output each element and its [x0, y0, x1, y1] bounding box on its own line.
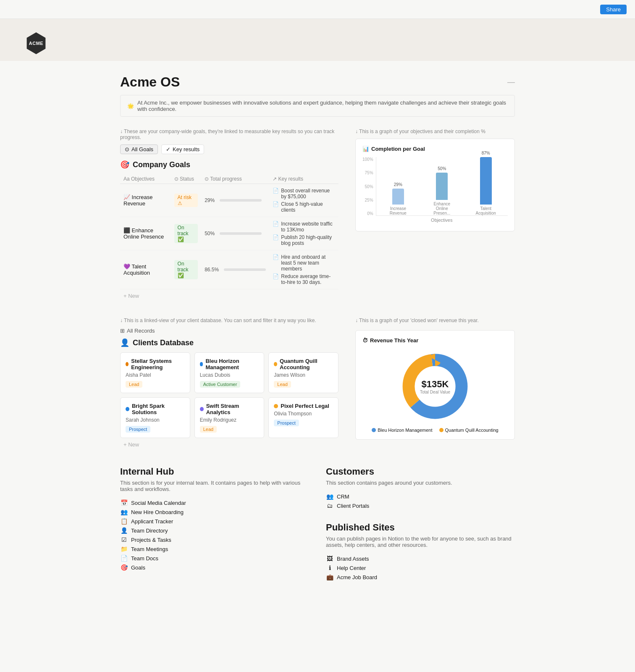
- company-goals-title: 🎯 Company Goals: [120, 160, 338, 169]
- published-link-item[interactable]: 🖼Brand Assets: [326, 554, 515, 563]
- key-results-label: Key results: [173, 146, 199, 152]
- client-person: Sarah Johnson: [126, 417, 185, 423]
- hub-link-item[interactable]: 📁Team Meetings: [120, 544, 309, 554]
- customers-desc: This section contains pages around your …: [326, 480, 515, 486]
- all-goals-icon: ⊙: [125, 146, 129, 152]
- client-name: Quantum Quill Accounting: [274, 358, 333, 370]
- legend-dot: [439, 428, 443, 432]
- bar-x-label: Talent Acquisition: [471, 206, 501, 215]
- tab-key-results[interactable]: ✓ Key results: [161, 144, 204, 154]
- goals-tabs: ⊙ All Goals ✓ Key results: [120, 144, 338, 154]
- add-client-button[interactable]: + New: [120, 438, 338, 451]
- donut-hint: ↓ This is a graph of your 'closed won' r…: [355, 318, 515, 323]
- published-link-item[interactable]: ℹHelp Center: [326, 563, 515, 572]
- hub-link-icon: 📁: [120, 546, 128, 552]
- published-link-item[interactable]: 💼Acme Job Board: [326, 572, 515, 582]
- hub-link-item[interactable]: 📋Applicant Tracker: [120, 517, 309, 526]
- table-row[interactable]: ⬛ Enhance Online Presence On track ✅ 50%…: [120, 217, 338, 250]
- goals-chart-row: ↓ These are your company-wide goals, the…: [120, 129, 515, 302]
- all-records-label: All Records: [127, 328, 155, 334]
- hub-link-label: New Hire Onboarding: [131, 509, 184, 515]
- key-result-item: 📄Publish 20 high-quality blog posts: [273, 234, 335, 247]
- customer-link-item[interactable]: 👥CRM: [326, 492, 515, 501]
- donut-icon: ⏱: [362, 337, 368, 344]
- hub-link-label: Applicant Tracker: [131, 518, 173, 525]
- table-row[interactable]: 📈 Increase Revenue At risk ⚠ 29% 📄Boost …: [120, 184, 338, 217]
- published-sites-links: 🖼Brand AssetsℹHelp Center💼Acme Job Board: [326, 554, 515, 582]
- page-title-row: Acme OS —: [120, 74, 515, 90]
- tab-all-goals[interactable]: ⊙ All Goals: [120, 144, 158, 154]
- tagline-text: At Acme Inc., we empower businesses with…: [137, 100, 508, 112]
- client-badge: Lead: [200, 426, 217, 433]
- grid-icon: ⊞: [120, 328, 125, 334]
- col-key-results: ↗ Key results: [269, 174, 338, 184]
- clients-donut-row: ↓ This is a linked-view of your client d…: [120, 318, 515, 451]
- clients-left: ↓ This is a linked-view of your client d…: [120, 318, 338, 451]
- col-progress: ⊙ Total progress: [201, 174, 269, 184]
- right-col: Customers This section contains pages ar…: [326, 466, 515, 582]
- client-card[interactable]: Bright Spark Solutions Sarah Johnson Pro…: [120, 397, 190, 438]
- client-card[interactable]: Stellar Systems Engineering Aisha Patel …: [120, 352, 190, 393]
- clients-title-icon: 👤: [120, 338, 129, 347]
- minimize-button[interactable]: —: [507, 78, 515, 87]
- hub-link-label: Team Docs: [131, 555, 158, 562]
- client-dot: [274, 362, 277, 366]
- client-dot: [200, 362, 203, 366]
- customer-link-item[interactable]: 🗂Client Portals: [326, 501, 515, 510]
- published-link-label: Acme Job Board: [337, 574, 377, 580]
- all-goals-label: All Goals: [131, 146, 153, 152]
- hub-link-icon: ☑: [120, 536, 128, 543]
- published-link-icon: 💼: [326, 574, 333, 580]
- hub-link-label: Projects & Tasks: [131, 537, 171, 543]
- page-title: Acme OS: [120, 74, 180, 90]
- hub-link-item[interactable]: 📅Social Media Calendar: [120, 498, 309, 507]
- client-card[interactable]: Bleu Horizon Management Lucas Dubois Act…: [194, 352, 265, 393]
- tagline-icon: 🌟: [127, 103, 134, 109]
- bar-x-label: Enhance Online Presen...: [427, 202, 457, 215]
- hub-link-label: Team Meetings: [131, 546, 168, 552]
- bar-value-label: 87%: [482, 151, 490, 155]
- goal-name: 💜 Talent Acquisition: [120, 250, 171, 289]
- client-dot: [126, 407, 129, 411]
- client-dot: [200, 407, 204, 411]
- hub-link-item[interactable]: 🎯Goals: [120, 563, 309, 572]
- published-link-label: Help Center: [337, 565, 366, 571]
- legend-dot: [372, 428, 376, 432]
- hub-link-item[interactable]: ☑Projects & Tasks: [120, 535, 309, 544]
- client-card[interactable]: Quantum Quill Accounting James Wilson Le…: [268, 352, 338, 393]
- goals-title-text: Company Goals: [133, 160, 190, 169]
- add-goal-button[interactable]: + New: [120, 289, 338, 302]
- client-badge: Lead: [126, 381, 142, 388]
- key-result-item: 📄Close 5 high-value clients: [273, 200, 335, 214]
- client-card[interactable]: Pixel Perfect Legal Olivia Thompson Pros…: [268, 397, 338, 438]
- client-card[interactable]: Swift Stream Analytics Emily Rodriguez L…: [194, 397, 265, 438]
- tagline-box: 🌟 At Acme Inc., we empower businesses wi…: [120, 95, 515, 117]
- share-button[interactable]: Share: [600, 5, 627, 14]
- bar: [480, 157, 492, 205]
- table-row[interactable]: 💜 Talent Acquisition On track ✅ 86.5% 📄H…: [120, 250, 338, 289]
- donut-section: ⏱ Revenue This Year $135K Total De: [355, 330, 515, 440]
- hub-link-icon: 🎯: [120, 564, 128, 571]
- hub-link-item[interactable]: 📄Team Docs: [120, 554, 309, 563]
- chart-right: ↓ This is a graph of your objectives and…: [355, 129, 515, 302]
- logo: ACME: [25, 32, 47, 54]
- internal-hub-title: Internal Hub: [120, 466, 309, 477]
- bar-group: 50% Enhance Online Presen...: [424, 166, 459, 215]
- hub-link-icon: 👤: [120, 527, 128, 534]
- legend-item: Quantum Quill Accounting: [439, 428, 499, 433]
- key-result-item: 📄Increase website traffic to 13K/mo: [273, 220, 335, 234]
- bar-chart-section: 📊 Completion per Goal 100% 75% 50% 25% 0…: [355, 139, 515, 231]
- internal-hub-links: 📅Social Media Calendar👥New Hire Onboardi…: [120, 498, 309, 572]
- goal-progress: 50%: [201, 217, 269, 250]
- clients-hint: ↓ This is a linked-view of your client d…: [120, 318, 338, 323]
- published-sites-title: Published Sites: [326, 522, 515, 533]
- legend-item: Bleu Horizon Management: [372, 428, 432, 433]
- hub-link-item[interactable]: 👤Team Directory: [120, 526, 309, 535]
- hub-link-item[interactable]: 👥New Hire Onboarding: [120, 507, 309, 517]
- published-link-icon: 🖼: [326, 555, 333, 562]
- all-records-link[interactable]: ⊞ All Records: [120, 328, 338, 334]
- hub-link-icon: 📅: [120, 499, 128, 506]
- goal-key-results: 📄Boost overall revenue by $75,000📄Close …: [269, 184, 338, 217]
- clients-grid: Stellar Systems Engineering Aisha Patel …: [120, 352, 338, 438]
- published-link-label: Brand Assets: [337, 556, 369, 562]
